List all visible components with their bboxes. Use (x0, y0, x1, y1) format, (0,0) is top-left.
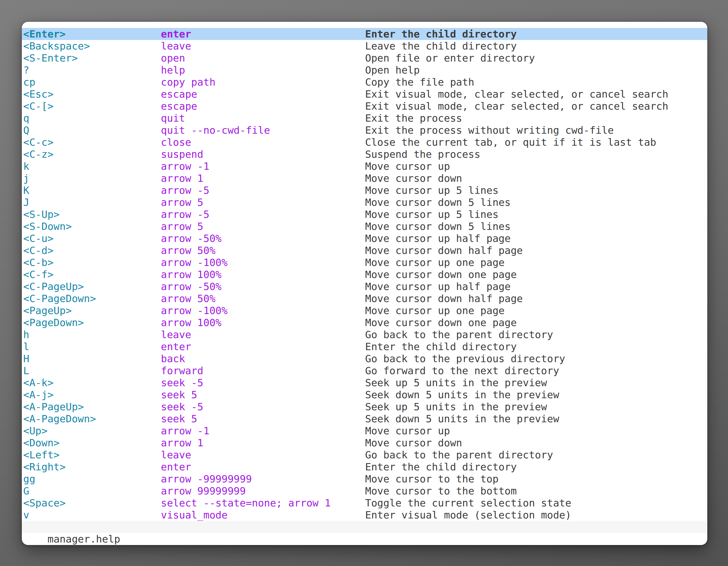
description-cell: Close the current tab, or quit if it is … (365, 136, 656, 148)
command-cell: arrow -5 (161, 208, 209, 220)
command-cell: arrow 99999999 (161, 485, 246, 497)
keybinding-row[interactable]: Q quit --no-cwd-file Exit the process wi… (22, 124, 707, 136)
description-cell: Move cursor up 5 lines (365, 208, 499, 220)
keybinding-row[interactable]: H back Go back to the previous directory (22, 353, 707, 365)
command-cell: arrow -50% (161, 281, 222, 292)
key-cell: <S-Down> (23, 220, 72, 233)
keybinding-row[interactable]: <Enter> enter Enter the child directory (22, 28, 707, 40)
status-bar: manager.help (22, 521, 707, 533)
key-cell: L (23, 365, 29, 377)
key-cell: <PageDown> (23, 316, 84, 328)
keybinding-row[interactable]: <A-PageUp> seek -5 Seek up 5 units in th… (22, 401, 707, 413)
keybinding-row[interactable]: <C-b> arrow -100% Move cursor up one pag… (22, 257, 707, 269)
keybinding-row[interactable]: J arrow 5 Move cursor down 5 lines (22, 196, 707, 208)
description-cell: Move cursor up (365, 160, 450, 172)
command-cell: quit (161, 112, 185, 124)
description-cell: Seek down 5 units in the preview (365, 413, 559, 425)
keybinding-row[interactable]: <Up> arrow -1 Move cursor up (22, 425, 707, 437)
command-cell: arrow 5 (161, 196, 203, 208)
description-cell: Move cursor down 5 lines (365, 196, 511, 208)
description-cell: Move cursor down (365, 172, 462, 184)
command-cell: quit --no-cwd-file (161, 124, 270, 136)
keybinding-row[interactable]: K arrow -5 Move cursor up 5 lines (22, 184, 707, 196)
description-cell: Move cursor down one page (365, 316, 517, 328)
keybinding-row[interactable]: <PageUp> arrow -100% Move cursor up one … (22, 304, 707, 316)
description-cell: Go forward to the next directory (365, 365, 559, 377)
keybinding-row[interactable]: cp copy path Copy the file path (22, 76, 707, 88)
command-cell: help (161, 64, 185, 76)
command-cell: open (161, 52, 185, 64)
keybinding-row[interactable]: <A-k> seek -5 Seek up 5 units in the pre… (22, 377, 707, 389)
keybinding-row[interactable]: <S-Enter> open Open file or enter direct… (22, 52, 707, 64)
keybinding-row[interactable]: <S-Up> arrow -5 Move cursor up 5 lines (22, 208, 707, 220)
keybinding-row[interactable]: v visual_mode Enter visual mode (selecti… (22, 509, 707, 521)
key-cell: <A-PageUp> (23, 401, 84, 413)
keybinding-row[interactable]: ? help Open help (22, 64, 707, 76)
keybinding-row[interactable]: <C-f> arrow 100% Move cursor down one pa… (22, 269, 707, 281)
key-cell: G (23, 485, 29, 497)
description-cell: Go back to the parent directory (365, 449, 553, 461)
description-cell: Move cursor down half page (365, 292, 523, 304)
keybinding-row[interactable]: <Backspace> leave Leave the child direct… (22, 40, 707, 52)
key-cell: <C-PageDown> (23, 292, 96, 304)
keybinding-row[interactable]: <C-d> arrow 50% Move cursor down half pa… (22, 245, 707, 257)
keybinding-row[interactable]: <Right> enter Enter the child directory (22, 461, 707, 473)
keybinding-row[interactable]: <C-u> arrow -50% Move cursor up half pag… (22, 233, 707, 245)
command-cell: arrow -100% (161, 257, 227, 269)
keybinding-row[interactable]: <Space> select --state=none; arrow 1 Tog… (22, 497, 707, 509)
keybinding-row[interactable]: <Down> arrow 1 Move cursor down (22, 437, 707, 449)
key-cell: q (23, 112, 29, 124)
key-cell: h (23, 328, 29, 340)
description-cell: Open help (365, 64, 420, 76)
command-cell: seek -5 (161, 401, 203, 413)
key-cell: <C-c> (23, 136, 53, 148)
command-cell: arrow -5 (161, 184, 209, 196)
key-cell: <C-b> (23, 257, 53, 269)
command-cell: select --state=none; arrow 1 (161, 497, 331, 509)
keybinding-row[interactable]: k arrow -1 Move cursor up (22, 160, 707, 172)
key-cell: <Left> (23, 449, 60, 461)
command-cell: arrow -50% (161, 233, 222, 245)
key-cell: J (23, 196, 29, 208)
description-cell: Open file or enter directory (365, 52, 535, 64)
keybinding-row[interactable]: G arrow 99999999 Move cursor to the bott… (22, 485, 707, 497)
command-cell: arrow 1 (161, 172, 203, 184)
keybinding-row[interactable]: <A-PageDown> seek 5 Seek down 5 units in… (22, 413, 707, 425)
command-cell: arrow -99999999 (161, 473, 252, 485)
key-cell: <C-d> (23, 245, 53, 257)
command-cell: close (161, 136, 191, 148)
description-cell: Move cursor up one page (365, 304, 505, 316)
key-cell: <A-PageDown> (23, 413, 96, 425)
command-cell: back (161, 353, 185, 365)
description-cell: Move cursor up half page (365, 281, 511, 292)
description-cell: Enter the child directory (365, 461, 517, 473)
keybinding-row[interactable]: j arrow 1 Move cursor down (22, 172, 707, 184)
keybinding-row[interactable]: <C-PageUp> arrow -50% Move cursor up hal… (22, 281, 707, 292)
keybinding-row[interactable]: <C-PageDown> arrow 50% Move cursor down … (22, 292, 707, 304)
keybinding-row[interactable]: l enter Enter the child directory (22, 340, 707, 353)
keybinding-row[interactable]: <C-c> close Close the current tab, or qu… (22, 136, 707, 148)
keybinding-row[interactable]: h leave Go back to the parent directory (22, 328, 707, 340)
keybinding-row[interactable]: q quit Exit the process (22, 112, 707, 124)
key-cell: Q (23, 124, 29, 136)
keybinding-row[interactable]: <C-z> suspend Suspend the process (22, 148, 707, 160)
keybinding-row[interactable]: <C-[> escape Exit visual mode, clear sel… (22, 100, 707, 112)
description-cell: Enter the child directory (365, 28, 517, 40)
keybinding-row[interactable]: <S-Down> arrow 5 Move cursor down 5 line… (22, 220, 707, 233)
key-cell: j (23, 172, 29, 184)
keybinding-row[interactable]: <Esc> escape Exit visual mode, clear sel… (22, 88, 707, 100)
key-cell: <S-Up> (23, 208, 60, 220)
command-cell: enter (161, 340, 191, 353)
keybinding-row[interactable]: L forward Go forward to the next directo… (22, 365, 707, 377)
command-cell: arrow 100% (161, 316, 222, 328)
keybinding-row[interactable]: <PageDown> arrow 100% Move cursor down o… (22, 316, 707, 328)
keybinding-row[interactable]: <A-j> seek 5 Seek down 5 units in the pr… (22, 389, 707, 401)
keybinding-row[interactable]: <Left> leave Go back to the parent direc… (22, 449, 707, 461)
key-cell: <C-z> (23, 148, 53, 160)
keybinding-row[interactable]: gg arrow -99999999 Move cursor to the to… (22, 473, 707, 485)
description-cell: Move cursor down (365, 437, 462, 449)
description-cell: Move cursor to the bottom (365, 485, 517, 497)
key-cell: K (23, 184, 29, 196)
command-cell: arrow -1 (161, 425, 209, 437)
description-cell: Exit the process (365, 112, 462, 124)
